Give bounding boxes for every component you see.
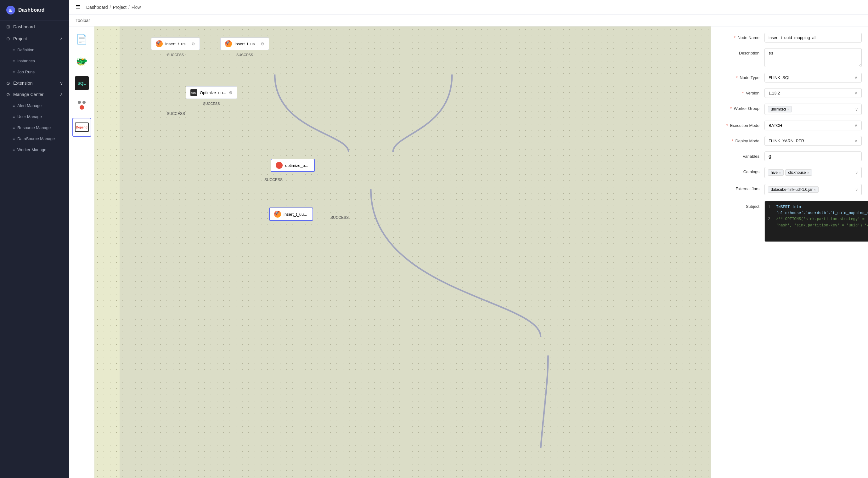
sidebar-item-definition[interactable]: ≡ Definition [3, 44, 69, 55]
node-icon-5: 🚀 [274, 211, 281, 217]
label-workergroup: * Worker Group [717, 103, 765, 111]
flow-node-2[interactable]: 🚀 Insert_t_us... ⚙ SUCCESS [220, 37, 269, 50]
usermanage-icon: ≡ [12, 115, 15, 119]
tool-item-page[interactable]: 📄 [72, 30, 91, 49]
chevron-down-deploymode: ∨ [855, 139, 858, 143]
flow-node-4[interactable]: optimize_o... [271, 159, 315, 172]
select-executionmode[interactable]: BATCH ∨ [765, 121, 862, 130]
label-description: Description Description [717, 48, 765, 55]
code-line-1: 1 INSERT into `clickhouse`.`userdstb`.`t… [768, 204, 868, 216]
sidebar-item-resourcemanage-label: Resource Manage [17, 125, 51, 130]
sidebar-item-dashboard[interactable]: ⊞ Dashboard [0, 21, 69, 33]
instances-icon: ≡ [12, 59, 15, 63]
sidebar-item-dashboard-label: Dashboard [13, 24, 35, 29]
label-nodename: * * Node Name Node Name [717, 33, 765, 40]
menu-icon[interactable]: ☰ [75, 4, 81, 11]
tag-workergroup-unlimited: unlimited × [768, 106, 792, 112]
header: ☰ Dashboard / Project / Flow [69, 0, 868, 15]
tag-catalogs-clickhouse: clickhouse × [785, 170, 812, 176]
breadcrumb-dashboard[interactable]: Dashboard [86, 5, 108, 10]
chevron-down-externaljars: ∨ [855, 187, 858, 192]
label-variables: Variables [717, 151, 765, 159]
tool-palette: 📄 🐲 SQL [69, 26, 94, 478]
tag-jar-remove[interactable]: × [814, 188, 816, 191]
canvas-success-1: SUCCESS [167, 112, 185, 116]
sidebar-section-extension-label: Extension [13, 81, 32, 86]
select-externaljars[interactable]: datacube-flink-udf-1.0.jar × ∨ [765, 184, 862, 195]
select-workergroup[interactable]: unlimited × ∨ [765, 103, 862, 115]
code-linenum-2: 2 [768, 216, 773, 228]
form-row-nodetype: * Node Type FLINK_SQL ∨ [717, 73, 862, 83]
tool-item-dragon[interactable]: 🐲 [72, 52, 91, 70]
tag-workergroup-remove[interactable]: × [787, 108, 789, 111]
chevron-up-icon: ∧ [60, 36, 63, 41]
sidebar-section-managecenter-left: ⊙ Manage Center [6, 92, 44, 97]
workermanage-icon: ≡ [12, 148, 15, 152]
toolbar-area: Toolbar [69, 15, 868, 26]
code-linenum-1: 1 [768, 204, 773, 216]
form-row-subject: Subject 1 INSERT into `clickhouse`.`user… [717, 201, 862, 242]
sidebar-section-project[interactable]: ⊙ Project ∧ [0, 33, 69, 44]
chevron-up-icon-2: ∧ [60, 92, 63, 97]
node-settings-2[interactable]: ⚙ [260, 41, 265, 46]
node-settings-3[interactable]: ⚙ [229, 90, 232, 95]
code-editor-subject[interactable]: 1 INSERT into `clickhouse`.`userdstb`.`t… [765, 201, 868, 242]
node-settings-1[interactable]: ⚙ [191, 41, 195, 46]
flow-canvas[interactable]: 📄 🐲 SQL [69, 26, 711, 478]
select-version[interactable]: 1.13.2 ∨ [765, 88, 862, 98]
logo-icon: ⊞ [6, 6, 15, 14]
form-row-workergroup: * Worker Group unlimited × ∨ [717, 103, 862, 115]
form-row-externaljars: External Jars datacube-flink-udf-1.0.jar… [717, 184, 862, 195]
form-row-deploymode: * Deploy Mode FLINK_YARN_PER ∨ [717, 136, 862, 146]
sidebar-project-subsection: ≡ Definition ≡ Instances ≡ Job Runs [0, 44, 69, 78]
breadcrumb-project[interactable]: Project [113, 5, 126, 10]
tag-hive-remove[interactable]: × [779, 171, 781, 175]
node-icon-3: SQL [190, 89, 197, 96]
sidebar-item-workermanage[interactable]: ≡ Worker Manage [3, 144, 69, 155]
input-description[interactable]: ss [765, 48, 862, 67]
tool-item-depend[interactable]: Depend [72, 118, 91, 137]
tool-item-sql[interactable]: SQL [72, 74, 91, 93]
select-nodetype[interactable]: FLINK_SQL ∨ [765, 73, 862, 83]
canvas-background[interactable]: 🚀 Insert_t_us... ⚙ SUCCESS 🚀 Insert_t_us… [94, 26, 711, 478]
flow-node-1[interactable]: 🚀 Insert_t_us... ⚙ SUCCESS [151, 37, 200, 50]
sidebar-item-instances[interactable]: ≡ Instances [3, 55, 69, 66]
input-variables[interactable] [765, 151, 862, 161]
select-executionmode-value: BATCH [769, 123, 782, 128]
flow-node-5[interactable]: 🚀 insert_t_uu... [269, 208, 313, 221]
select-catalogs[interactable]: hive × clickhouse × ∨ [765, 167, 862, 178]
node-icon-1: 🚀 [156, 40, 163, 47]
tag-clickhouse-remove[interactable]: × [807, 171, 809, 175]
sidebar-item-resourcemanage[interactable]: ≡ Resource Manage [3, 122, 69, 133]
code-text-2: /** OPTIONS('sink.partition-strategy' = … [776, 216, 868, 228]
required-star-version: * [742, 91, 744, 95]
chevron-down-executionmode: ∨ [855, 123, 858, 128]
right-panel: * * Node Name Node Name Description Desc… [711, 26, 868, 478]
tag-workergroup-label: unlimited [771, 107, 786, 112]
required-star-executionmode: * [726, 123, 728, 128]
sidebar-item-usermanage-label: User Manage [17, 114, 42, 119]
form-row-executionmode: * Execution Mode BATCH ∨ [717, 121, 862, 130]
sidebar-section-managecenter[interactable]: ⊙ Manage Center ∧ [0, 89, 69, 100]
datasourcemanage-icon: ≡ [12, 137, 15, 141]
node-icon-2: 🚀 [225, 40, 232, 47]
tool-item-nodes[interactable] [72, 96, 91, 115]
sidebar-item-usermanage[interactable]: ≡ User Manage [3, 111, 69, 122]
select-deploymode[interactable]: FLINK_YARN_PER ∨ [765, 136, 862, 146]
sidebar-section-extension[interactable]: ⊙ Extension ∨ [0, 78, 69, 89]
breadcrumb: Dashboard / Project / Flow [86, 5, 141, 10]
input-nodename[interactable] [765, 33, 862, 42]
form-row-variables: Variables [717, 151, 862, 161]
sidebar-logo: ⊞ Dashboard [0, 0, 69, 21]
jobruns-icon: ≡ [12, 70, 15, 74]
sidebar-item-jobruns[interactable]: ≡ Job Runs [3, 66, 69, 78]
label-subject: Subject [717, 201, 765, 209]
tag-clickhouse-label: clickhouse [788, 170, 806, 175]
flow-node-3[interactable]: SQL Optimize_uu... ⚙ SUCCESS [186, 86, 237, 99]
sidebar-item-alertmanage[interactable]: ≡ Alert Manage [3, 100, 69, 111]
breadcrumb-sep1: / [110, 5, 111, 10]
required-star-deploymode: * [732, 139, 733, 143]
sidebar-item-alertmanage-label: Alert Manage [17, 103, 41, 108]
node-status-2: SUCCESS [221, 53, 269, 57]
sidebar-item-datasourcemanage[interactable]: ≡ DataSource Manage [3, 133, 69, 144]
